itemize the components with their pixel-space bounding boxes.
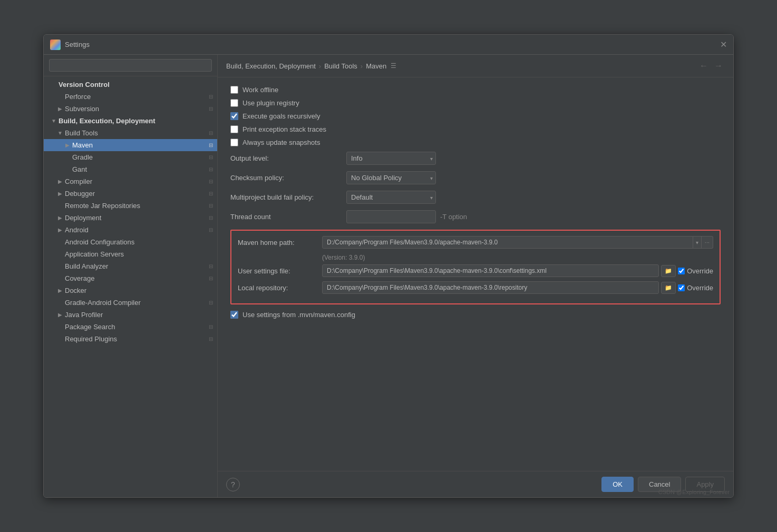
settings-icon: ⊟ xyxy=(209,94,213,100)
sidebar-label-build-execution: Build, Execution, Deployment xyxy=(59,117,213,125)
ok-button[interactable]: OK xyxy=(601,477,634,492)
work-offline-checkbox[interactable] xyxy=(230,86,238,94)
thread-count-control: -T option xyxy=(346,210,467,223)
sidebar-item-subversion[interactable]: ▶ Subversion ⊟ xyxy=(44,103,217,115)
settings-window: Settings ✕ Version Control Perforce ⊟ xyxy=(43,34,734,498)
sidebar-label-package-search: Package Search xyxy=(65,323,209,331)
expand-icon: ▶ xyxy=(56,226,64,234)
sidebar-item-build-analyzer[interactable]: Build Analyzer ⊟ xyxy=(44,260,217,272)
settings-icon: ⊟ xyxy=(209,203,213,209)
window-title: Settings xyxy=(65,41,90,48)
sidebar-label-compiler: Compiler xyxy=(65,178,209,185)
multiproject-policy-select[interactable]: Default Fail at End Fail Never Fail Fast xyxy=(346,191,436,204)
output-level-row: Output level: Info Debug Warn Error xyxy=(230,152,721,165)
sidebar-item-build-execution-deployment[interactable]: ▼ Build, Execution, Deployment xyxy=(44,115,217,127)
local-repo-override-checkbox[interactable] xyxy=(678,284,685,291)
expand-icon xyxy=(56,275,64,282)
execute-goals-checkbox[interactable] xyxy=(230,112,238,120)
local-repo-label: Local repository: xyxy=(238,284,322,292)
expand-icon xyxy=(56,202,64,210)
work-offline-label: Work offline xyxy=(242,86,278,94)
user-settings-browse-button[interactable]: 📁 xyxy=(661,265,676,277)
user-settings-input[interactable] xyxy=(322,264,659,277)
close-button[interactable]: ✕ xyxy=(720,40,727,50)
expand-icon: ▶ xyxy=(56,178,64,185)
local-repo-row: Local repository: 📁 Override xyxy=(238,281,713,294)
checkbox-always-update: Always update snapshots xyxy=(230,139,721,146)
settings-content: Work offline Use plugin registry Execute… xyxy=(218,77,733,471)
sidebar-item-android-configurations[interactable]: Android Configurations xyxy=(44,236,217,248)
breadcrumb: Build, Execution, Deployment › Build Too… xyxy=(226,62,396,70)
breadcrumb-menu-icon[interactable]: ☰ xyxy=(391,62,396,70)
maven-home-input[interactable] xyxy=(322,236,693,249)
thread-count-row: Thread count -T option xyxy=(230,210,721,223)
sidebar-item-docker[interactable]: ▶ Docker xyxy=(44,284,217,297)
sidebar-item-gant[interactable]: Gant ⊟ xyxy=(44,163,217,175)
maven-home-row: Maven home path: ▾ ··· xyxy=(238,236,713,249)
sidebar-label-application-servers: Application Servers xyxy=(65,250,213,258)
local-repo-browse-button[interactable]: 📁 xyxy=(661,282,676,294)
sidebar-item-compiler[interactable]: ▶ Compiler ⊟ xyxy=(44,175,217,188)
local-repo-input-wrapper: 📁 Override xyxy=(322,281,713,294)
settings-icon: ⊟ xyxy=(209,227,213,233)
breadcrumb-part3: Maven xyxy=(366,62,386,70)
sidebar-label-perforce: Perforce xyxy=(65,93,209,101)
sidebar-item-maven[interactable]: ▶ Maven ⊟ xyxy=(44,139,217,151)
sidebar-label-version-control: Version Control xyxy=(59,81,213,88)
settings-icon: ⊟ xyxy=(209,263,213,269)
sidebar-label-android: Android xyxy=(65,226,209,234)
checksum-policy-select[interactable]: No Global Policy Strict Warn Ignore xyxy=(346,171,436,184)
settings-icon: ⊟ xyxy=(209,324,213,330)
expand-icon: ▼ xyxy=(50,117,57,125)
expand-icon: ▶ xyxy=(56,214,64,222)
search-box xyxy=(44,55,217,76)
use-settings-checkbox[interactable] xyxy=(230,311,238,319)
sidebar-item-remote-jar[interactable]: Remote Jar Repositories ⊟ xyxy=(44,200,217,212)
sidebar-item-package-search[interactable]: Package Search ⊟ xyxy=(44,321,217,333)
expand-icon xyxy=(56,263,64,270)
sidebar-item-debugger[interactable]: ▶ Debugger ⊟ xyxy=(44,188,217,200)
always-update-checkbox[interactable] xyxy=(230,139,238,146)
sidebar-item-android[interactable]: ▶ Android ⊟ xyxy=(44,224,217,236)
titlebar: Settings ✕ xyxy=(44,35,733,55)
help-button[interactable]: ? xyxy=(226,478,240,491)
sidebar-item-deployment[interactable]: ▶ Deployment ⊟ xyxy=(44,212,217,224)
print-exception-checkbox[interactable] xyxy=(230,125,238,133)
checksum-policy-label: Checksum policy: xyxy=(230,174,346,182)
sidebar-item-build-tools[interactable]: ▼ Build Tools ⊟ xyxy=(44,127,217,139)
plugin-registry-label: Use plugin registry xyxy=(242,99,299,107)
user-settings-override-label: Override xyxy=(687,267,713,275)
sidebar-label-gradle-android-compiler: Gradle-Android Compiler xyxy=(65,299,209,307)
settings-icon: ⊟ xyxy=(209,300,213,306)
sidebar-item-perforce[interactable]: Perforce ⊟ xyxy=(44,91,217,103)
sidebar-item-required-plugins[interactable]: Required Plugins ⊟ xyxy=(44,333,217,345)
sidebar-item-application-servers[interactable]: Application Servers xyxy=(44,248,217,260)
plugin-registry-checkbox[interactable] xyxy=(230,99,238,107)
maven-home-dropdown-button[interactable]: ▾ xyxy=(693,236,702,249)
sidebar-label-subversion: Subversion xyxy=(65,105,209,113)
expand-icon xyxy=(56,239,64,246)
sidebar-item-gradle[interactable]: Gradle ⊟ xyxy=(44,151,217,163)
nav-back-button[interactable]: ← xyxy=(697,60,710,72)
thread-count-input[interactable] xyxy=(346,210,436,223)
sidebar-item-coverage[interactable]: Coverage ⊟ xyxy=(44,272,217,284)
local-repo-input[interactable] xyxy=(322,281,659,294)
sidebar-label-java-profiler: Java Profiler xyxy=(65,311,213,319)
output-level-label: Output level: xyxy=(230,154,346,162)
output-level-control: Info Debug Warn Error xyxy=(346,152,436,165)
multiproject-policy-row: Multiproject build fail policy: Default … xyxy=(230,191,721,204)
breadcrumb-part1: Build, Execution, Deployment xyxy=(226,62,316,70)
user-settings-override-checkbox[interactable] xyxy=(678,268,685,274)
expand-icon: ▶ xyxy=(56,287,64,294)
search-input[interactable] xyxy=(49,59,212,72)
nav-forward-button[interactable]: → xyxy=(712,60,725,72)
output-level-select[interactable]: Info Debug Warn Error xyxy=(346,152,436,165)
checkbox-print-exception: Print exception stack traces xyxy=(230,125,721,133)
expand-icon xyxy=(56,323,64,331)
sidebar-item-gradle-android-compiler[interactable]: Gradle-Android Compiler ⊟ xyxy=(44,297,217,309)
output-level-wrapper: Info Debug Warn Error xyxy=(346,152,436,165)
sidebar-item-java-profiler[interactable]: ▶ Java Profiler xyxy=(44,309,217,321)
sidebar-item-version-control[interactable]: Version Control xyxy=(44,78,217,91)
maven-home-browse-button[interactable]: ··· xyxy=(702,236,713,249)
expand-icon xyxy=(64,166,71,173)
